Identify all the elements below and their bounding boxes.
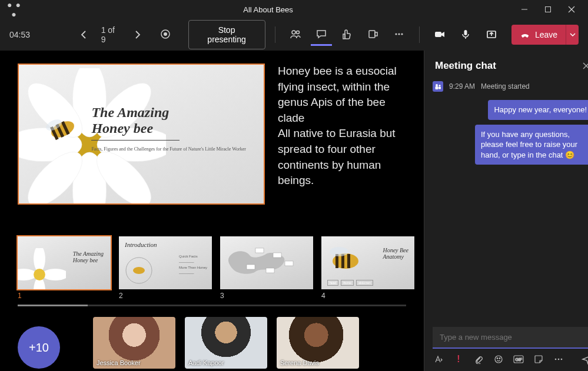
close-chat-button[interactable] bbox=[582, 62, 588, 70]
gif-icon[interactable]: GIF bbox=[513, 353, 524, 365]
svg-point-5 bbox=[164, 32, 167, 36]
chat-icon[interactable] bbox=[311, 24, 332, 46]
maximize-button[interactable] bbox=[536, 0, 560, 19]
window-title: All About Bees bbox=[24, 5, 513, 14]
svg-point-47 bbox=[330, 247, 348, 256]
toolbar-divider bbox=[275, 26, 275, 43]
compose-input[interactable] bbox=[433, 327, 588, 349]
app-menu-button[interactable]: ● ● ● bbox=[5, 0, 24, 19]
presentation-stage: The Amazing Honey bee Facts, Figures and… bbox=[0, 51, 424, 371]
system-text: Meeting started bbox=[481, 82, 530, 91]
svg-point-37 bbox=[133, 267, 145, 274]
svg-point-11 bbox=[398, 33, 400, 35]
notes-para-2: All native to Eurasia but spread to four… bbox=[278, 126, 407, 188]
thumb-number: 2 bbox=[119, 292, 212, 300]
participant-video-1[interactable]: Jessica Booker bbox=[93, 317, 175, 369]
svg-rect-8 bbox=[369, 31, 375, 38]
chat-title: Meeting chat bbox=[435, 60, 496, 72]
svg-rect-52 bbox=[436, 86, 438, 89]
participant-name: Aadi Kapoor bbox=[188, 359, 224, 366]
hangup-icon bbox=[520, 29, 530, 40]
leave-label: Leave bbox=[535, 30, 557, 39]
participant-strip: +10 Jessica Booker Aadi Kapoor Serena Da… bbox=[0, 306, 424, 371]
people-icon[interactable] bbox=[285, 24, 306, 46]
thumbnail-4[interactable]: Honey Bee Anatomy head thorax abdomen bbox=[321, 236, 414, 289]
next-slide-button[interactable] bbox=[130, 26, 146, 43]
close-button[interactable] bbox=[560, 0, 583, 19]
participant-name: Jessica Booker bbox=[97, 359, 141, 366]
meeting-timer: 04:53 bbox=[9, 30, 30, 39]
compose-more-icon[interactable] bbox=[553, 353, 564, 365]
share-icon[interactable] bbox=[481, 24, 502, 46]
slide-title-line1: The Amazing bbox=[91, 105, 246, 121]
more-actions-icon[interactable] bbox=[388, 24, 410, 46]
thumbnail-scrollbar[interactable] bbox=[18, 305, 406, 306]
slide-counter: 1 of 9 bbox=[101, 25, 121, 44]
chat-message-2[interactable]: If you have any questions, please feel f… bbox=[475, 125, 588, 165]
thumbnail-3[interactable] bbox=[220, 236, 313, 289]
svg-rect-38 bbox=[255, 248, 264, 253]
stop-presenting-button[interactable]: Stop presenting bbox=[188, 20, 265, 49]
attach-icon[interactable] bbox=[473, 353, 484, 365]
svg-point-61 bbox=[561, 359, 563, 360]
svg-rect-1 bbox=[546, 7, 551, 12]
svg-rect-53 bbox=[438, 87, 441, 89]
chat-message-1[interactable]: Happy new year, everyone! bbox=[488, 100, 588, 120]
svg-point-60 bbox=[558, 359, 560, 360]
svg-text:GIF: GIF bbox=[516, 357, 523, 362]
svg-point-54 bbox=[495, 356, 502, 363]
system-time: 9:29 AM bbox=[449, 82, 475, 91]
meeting-toolbar: 04:53 1 of 9 Stop presenting Leave bbox=[0, 19, 588, 51]
leave-dropdown-button[interactable] bbox=[566, 25, 579, 45]
svg-point-34 bbox=[42, 269, 67, 280]
slide-thumbnails: The Amazing Honey bee 1 Introduction Qui… bbox=[0, 233, 424, 301]
rooms-icon[interactable] bbox=[363, 24, 384, 46]
svg-point-6 bbox=[292, 31, 295, 34]
slide-title-line2: Honey bee bbox=[91, 121, 246, 136]
minimize-button[interactable] bbox=[513, 0, 536, 19]
thumb-number: 1 bbox=[18, 292, 111, 300]
current-slide[interactable]: The Amazing Honey bee Facts, Figures and… bbox=[18, 63, 265, 205]
reactions-icon[interactable] bbox=[337, 24, 358, 46]
send-icon[interactable] bbox=[581, 353, 588, 365]
sticker-icon[interactable] bbox=[533, 353, 544, 365]
thumbnail-2[interactable]: Introduction Quick Facts──────More Than … bbox=[119, 236, 212, 289]
prev-slide-button[interactable] bbox=[76, 26, 92, 43]
svg-point-51 bbox=[438, 85, 440, 86]
svg-point-7 bbox=[296, 31, 299, 34]
presenter-view-icon[interactable] bbox=[155, 24, 176, 46]
participant-name: Serena Davis bbox=[280, 359, 319, 366]
system-event-row: 9:29 AM Meeting started bbox=[433, 81, 588, 92]
toolbar-divider bbox=[419, 26, 420, 43]
svg-point-35 bbox=[34, 269, 45, 280]
svg-point-31 bbox=[34, 248, 45, 272]
thumb-number: 4 bbox=[321, 292, 414, 300]
svg-rect-13 bbox=[435, 32, 441, 37]
thumbnail-1[interactable]: The Amazing Honey bee bbox=[18, 236, 111, 289]
svg-point-12 bbox=[401, 33, 403, 35]
participant-video-3[interactable]: Serena Davis bbox=[277, 317, 359, 369]
svg-point-55 bbox=[497, 358, 498, 359]
svg-rect-42 bbox=[266, 268, 274, 273]
camera-icon[interactable] bbox=[429, 24, 450, 46]
presenter-notes: Honey bee is a eusocial flying insect, w… bbox=[278, 63, 407, 229]
priority-icon[interactable]: ! bbox=[453, 353, 464, 365]
emoji-icon[interactable] bbox=[493, 353, 504, 365]
svg-rect-9 bbox=[375, 32, 377, 36]
leave-button[interactable]: Leave bbox=[511, 25, 566, 45]
mic-icon[interactable] bbox=[455, 24, 476, 46]
thumb-number: 3 bbox=[220, 292, 313, 300]
teams-icon bbox=[433, 81, 443, 92]
title-bar: ● ● ● All About Bees bbox=[0, 0, 588, 19]
overflow-participants-badge[interactable]: +10 bbox=[18, 326, 60, 369]
participant-video-2[interactable]: Aadi Kapoor bbox=[185, 317, 267, 369]
svg-rect-46 bbox=[347, 254, 350, 268]
svg-point-10 bbox=[395, 33, 397, 35]
compose-toolbar: ! GIF bbox=[433, 349, 588, 365]
format-icon[interactable] bbox=[433, 353, 444, 365]
svg-point-50 bbox=[436, 84, 438, 86]
svg-rect-14 bbox=[464, 30, 467, 35]
svg-rect-40 bbox=[285, 261, 293, 266]
slide-subtitle: Facts, Figures and the Challenges for th… bbox=[91, 146, 246, 152]
notes-para-1: Honey bee is a eusocial flying insect, w… bbox=[278, 63, 407, 126]
